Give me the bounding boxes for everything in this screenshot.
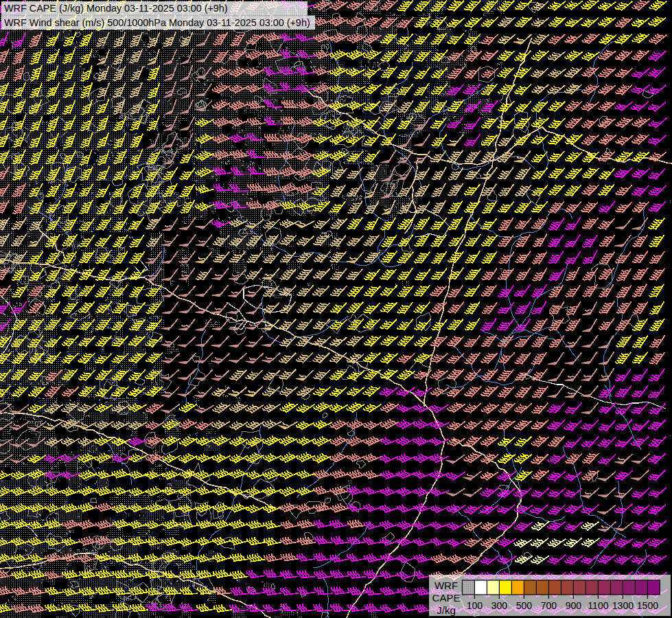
svg-text:700: 700 bbox=[541, 600, 557, 611]
svg-text:WRF Wind shear (m/s) 500/1000h: WRF Wind shear (m/s) 500/1000hPa Monday … bbox=[4, 17, 310, 28]
svg-text:500: 500 bbox=[516, 600, 533, 611]
svg-text:300: 300 bbox=[491, 600, 508, 611]
svg-text:CAPE: CAPE bbox=[432, 592, 461, 604]
svg-text:J/kg: J/kg bbox=[437, 604, 456, 616]
svg-text:900: 900 bbox=[566, 600, 582, 611]
svg-text:1100: 1100 bbox=[588, 600, 608, 611]
svg-text:WRF: WRF bbox=[435, 580, 458, 591]
svg-text:1500: 1500 bbox=[637, 600, 658, 611]
svg-text:WRF CAPE (J/kg) Monday 03-11-2: WRF CAPE (J/kg) Monday 03-11-2025 03:00 … bbox=[4, 3, 228, 14]
svg-text:1300: 1300 bbox=[612, 600, 634, 611]
svg-text:100: 100 bbox=[467, 600, 483, 611]
